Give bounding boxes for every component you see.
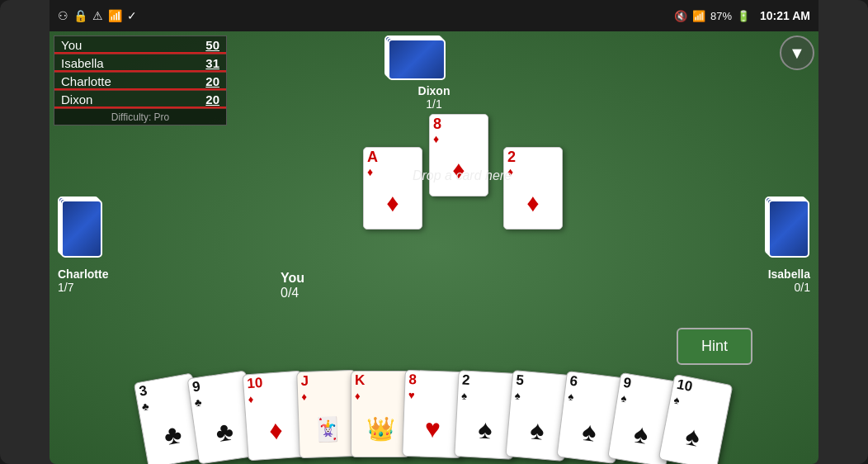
wifi-icon: 📶	[108, 9, 122, 22]
lock-icon: 🔒	[73, 9, 87, 22]
drop-zone[interactable]: Drop a card here	[396, 159, 528, 192]
battery-percent: 87%	[710, 10, 732, 22]
status-icons-left: ⚇ 🔒 ⚠ 📶 ✓	[58, 9, 137, 22]
status-icons-right: 🔇 📶 87% 🔋 10:21 AM	[674, 9, 810, 22]
score-val-isabella: 31	[205, 56, 219, 70]
hint-button[interactable]: Hint	[677, 328, 752, 365]
dropdown-button[interactable]: ▼	[780, 36, 814, 70]
usb-icon: ⚇	[58, 9, 68, 22]
card-8d-value: 8	[430, 115, 488, 133]
status-time: 10:21 AM	[760, 9, 810, 22]
scoreboard: You 50 Isabella 31 Charlotte 20 Dixon 20…	[54, 36, 227, 125]
hand-card-kd[interactable]: K ♦ 👑	[351, 371, 410, 457]
signal-icon: 📶	[692, 10, 705, 22]
score-name-dixon: Dixon	[61, 92, 92, 107]
score-row-isabella: Isabella 31	[54, 54, 226, 73]
player-left-tricks: 1/7	[58, 281, 108, 294]
check-icon: ✓	[127, 9, 137, 22]
drop-hint-text: Drop a card here	[413, 168, 512, 183]
player-you-tricks: 0/4	[281, 286, 304, 301]
battery-icon: 🔋	[737, 10, 750, 22]
game-area: You 50 Isabella 31 Charlotte 20 Dixon 20…	[50, 31, 818, 464]
player-top-area: Dixon 1/1	[384, 36, 484, 111]
score-row-charlotte: Charlotte 20	[54, 73, 226, 91]
mute-icon: 🔇	[674, 10, 687, 22]
score-name-charlotte: Charlotte	[61, 74, 111, 88]
score-val-charlotte: 20	[205, 74, 219, 88]
player-left-name: Charlotte	[58, 268, 108, 281]
card-8d-suit: ♦	[430, 133, 488, 144]
score-name-you: You	[61, 38, 82, 52]
player-right-area: Isabella 0/1	[765, 196, 810, 294]
player-you-area: You 0/4	[281, 271, 304, 301]
score-val-you: 50	[205, 38, 219, 52]
player-left-area: Charlotte 1/7	[58, 196, 108, 294]
score-row-dixon: Dixon 20	[54, 91, 226, 109]
player-you-name: You	[281, 271, 304, 286]
warning-icon: ⚠	[92, 9, 103, 22]
hand-area: 3 ♣ ♣ 9 ♣ ♣ 10 ♦ ♦ J ♦ 🃏	[95, 367, 771, 457]
player-right-name: Isabella	[765, 268, 810, 281]
difficulty-label: Difficulty: Pro	[54, 109, 226, 125]
player-top-name: Dixon	[384, 84, 484, 97]
hand-card-jd[interactable]: J ♦ 🃏	[296, 370, 359, 458]
score-val-dixon: 20	[205, 92, 219, 107]
phone-frame: ⚇ 🔒 ⚠ 📶 ✓ 🔇 📶 87% 🔋 10:21 AM You 50 Isab…	[0, 0, 868, 464]
player-top-tricks: 1/1	[384, 97, 484, 111]
score-row-you: You 50	[54, 36, 226, 54]
status-bar: ⚇ 🔒 ⚠ 📶 ✓ 🔇 📶 87% 🔋 10:21 AM	[50, 0, 818, 31]
score-name-isabella: Isabella	[61, 56, 104, 70]
player-right-tricks: 0/1	[765, 281, 810, 294]
